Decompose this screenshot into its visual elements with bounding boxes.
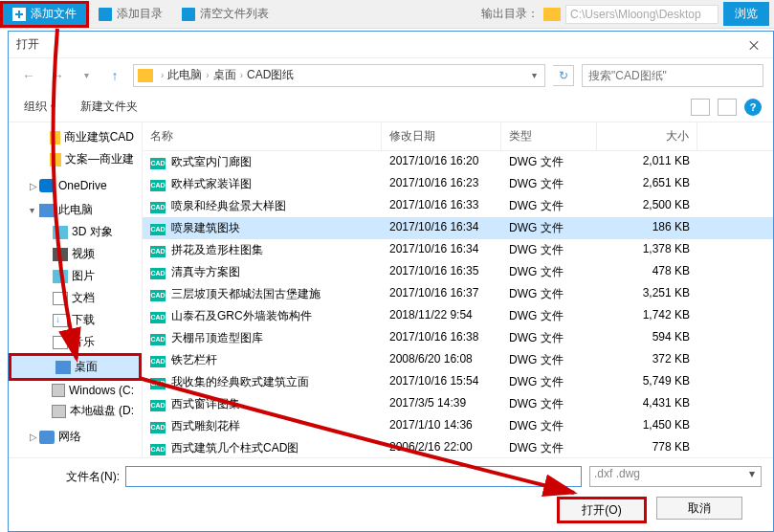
file-size: 1,378 KB xyxy=(597,241,697,259)
file-name: 拼花及造形柱图集 xyxy=(171,243,263,256)
file-size: 4,431 KB xyxy=(597,395,697,413)
folder-icon xyxy=(50,131,60,144)
file-list: 名称 修改日期 类型 大小 CAD欧式室内门廊图2017/10/16 16:20… xyxy=(143,122,773,457)
sidebar-item-desktop[interactable]: 桌面 xyxy=(9,353,142,381)
file-name: 铁艺栏杆 xyxy=(171,353,217,366)
table-row[interactable]: CAD铁艺栏杆2008/6/20 16:08DWG 文件372 KB xyxy=(143,349,773,371)
open-dialog: 打开 ← → ▾ ↑ › 此电脑 › 桌面 › CAD图纸 ▾ ↻ 组织▼ 新建… xyxy=(8,31,774,532)
file-date: 2018/11/22 9:54 xyxy=(382,307,501,325)
file-date: 2017/10/16 16:20 xyxy=(382,153,501,171)
cancel-button[interactable]: 取消 xyxy=(656,497,742,520)
clear-list-label: 清空文件列表 xyxy=(200,6,269,22)
sidebar-item-video[interactable]: 视频 xyxy=(9,243,142,265)
sidebar-item-doc[interactable]: 文档 xyxy=(9,287,142,309)
browse-button[interactable]: 浏览 xyxy=(723,2,769,26)
table-row[interactable]: CAD我收集的经典欧式建筑立面2017/10/16 15:54DWG 文件5,7… xyxy=(143,371,773,393)
chevron-down-icon[interactable]: ▾ xyxy=(528,70,541,80)
close-icon[interactable] xyxy=(746,35,765,55)
new-folder-button[interactable]: 新建文件夹 xyxy=(80,99,138,115)
onedrive-icon xyxy=(39,179,55,192)
clear-list-button[interactable]: 清空文件列表 xyxy=(172,1,278,28)
dwg-icon: CAD xyxy=(150,400,166,411)
table-row[interactable]: CAD拼花及造形柱图集2017/10/16 16:34DWG 文件1,378 K… xyxy=(143,239,773,261)
sidebar-item-folder[interactable]: 商业建筑CAD xyxy=(9,126,142,148)
doc-icon xyxy=(53,292,68,305)
add-dir-button[interactable]: 添加目录 xyxy=(89,1,172,28)
file-name: 清真寺方案图 xyxy=(171,265,240,278)
table-row[interactable]: CAD欧样式家装详图2017/10/16 16:23DWG 文件2,651 KB xyxy=(143,173,773,195)
file-type: DWG 文件 xyxy=(501,351,597,369)
file-name: 我收集的经典欧式建筑立面 xyxy=(171,375,309,388)
add-file-button[interactable]: 添加文件 xyxy=(0,1,89,28)
col-size[interactable]: 大小 xyxy=(597,122,697,150)
sidebar-item-disk[interactable]: Windows (C: xyxy=(9,381,142,400)
table-row[interactable]: CAD西式建筑几个柱式CAD图2006/2/16 22:00DWG 文件778 … xyxy=(143,437,773,457)
pic-icon xyxy=(53,270,68,283)
table-row[interactable]: CAD清真寺方案图2017/10/16 16:35DWG 文件478 KB xyxy=(143,261,773,283)
filename-input[interactable] xyxy=(125,466,582,487)
sidebar-item-dl[interactable]: 下载 xyxy=(9,309,142,331)
sidebar-item-pc[interactable]: ▾此电脑 xyxy=(9,199,142,221)
col-type[interactable]: 类型 xyxy=(501,122,597,150)
table-row[interactable]: CAD西式雕刻花样2017/1/10 14:36DWG 文件1,450 KB xyxy=(143,415,773,437)
file-size: 478 KB xyxy=(597,263,697,281)
file-type: DWG 文件 xyxy=(501,373,597,391)
filename-label: 文件名(N): xyxy=(20,469,125,485)
table-row[interactable]: CAD喷泉和经典盆景大样图2017/10/16 16:33DWG 文件2,500… xyxy=(143,195,773,217)
table-row[interactable]: CAD欧式室内门廊图2017/10/16 16:20DWG 文件2,011 KB xyxy=(143,151,773,173)
filename-row: 文件名(N): .dxf .dwg xyxy=(20,466,762,487)
sidebar-item-3d[interactable]: 3D 对象 xyxy=(9,221,142,243)
help-icon[interactable]: ? xyxy=(744,99,762,116)
dwg-icon: CAD xyxy=(150,290,166,301)
file-type: DWG 文件 xyxy=(501,329,597,347)
add-file-label: 添加文件 xyxy=(31,6,77,22)
folder-icon xyxy=(99,8,112,21)
sidebar: 商业建筑CAD文案—商业建▷OneDrive▾此电脑3D 对象视频图片文档下载音… xyxy=(9,122,143,457)
table-row[interactable]: CAD西式窗详图集2017/3/5 14:39DWG 文件4,431 KB xyxy=(143,393,773,415)
sidebar-item-folder[interactable]: 文案—商业建 xyxy=(9,148,142,170)
file-date: 2017/1/10 14:36 xyxy=(382,417,501,435)
breadcrumb-item[interactable]: 桌面 xyxy=(213,67,236,83)
col-name[interactable]: 名称 xyxy=(143,122,382,150)
clear-icon xyxy=(182,8,195,21)
table-row[interactable]: CAD三层坡顶天都城法国古堡建施2017/10/16 16:37DWG 文件3,… xyxy=(143,283,773,305)
sidebar-item-pic[interactable]: 图片 xyxy=(9,265,142,287)
file-size: 1,742 KB xyxy=(597,307,697,325)
sidebar-item-onedrive[interactable]: ▷OneDrive xyxy=(9,176,142,195)
file-size: 186 KB xyxy=(597,219,697,237)
breadcrumb[interactable]: › 此电脑 › 桌面 › CAD图纸 ▾ xyxy=(133,64,545,87)
dwg-icon: CAD xyxy=(150,268,166,279)
nav-up-icon[interactable]: ↑ xyxy=(104,65,125,86)
table-row[interactable]: CAD山泰石及GRC外墙装饰构件2018/11/22 9:54DWG 文件1,7… xyxy=(143,305,773,327)
view-details-icon[interactable] xyxy=(718,99,737,116)
filetype-combo[interactable]: .dxf .dwg xyxy=(589,466,762,487)
dl-icon xyxy=(53,314,68,327)
refresh-icon[interactable]: ↻ xyxy=(553,65,574,86)
chevron-down-icon: ▼ xyxy=(49,102,57,112)
sidebar-item-music[interactable]: 音乐 xyxy=(9,331,142,353)
nav-dropdown-icon[interactable]: ▾ xyxy=(76,65,97,86)
sidebar-item-label: 音乐 xyxy=(72,334,95,350)
sidebar-item-net[interactable]: ▷网络 xyxy=(9,426,142,448)
table-row[interactable]: CAD喷泉建筑图块2017/10/16 16:34DWG 文件186 KB xyxy=(143,217,773,239)
nav-back-icon[interactable]: ← xyxy=(18,65,39,86)
open-button[interactable]: 打开(O) xyxy=(557,497,647,523)
col-date[interactable]: 修改日期 xyxy=(382,122,501,150)
organize-button[interactable]: 组织▼ xyxy=(20,99,61,115)
file-date: 2017/10/16 16:38 xyxy=(382,329,501,347)
expand-icon: ▷ xyxy=(30,181,39,191)
output-section: 输出目录： C:\Users\Mloong\Desktop 浏览 xyxy=(481,2,774,26)
breadcrumb-item[interactable]: 此电脑 xyxy=(167,67,202,83)
breadcrumb-item[interactable]: CAD图纸 xyxy=(247,67,294,83)
sidebar-item-disk[interactable]: 本地磁盘 (D: xyxy=(9,400,142,422)
output-path: C:\Users\Mloong\Desktop xyxy=(565,5,719,24)
nav-forward-icon[interactable]: → xyxy=(47,65,68,86)
dwg-icon: CAD xyxy=(150,334,166,345)
file-type: DWG 文件 xyxy=(501,219,597,237)
table-row[interactable]: CAD天棚吊顶造型图库2017/10/16 16:38DWG 文件594 KB xyxy=(143,327,773,349)
app-toolbar: 添加文件 添加目录 清空文件列表 输出目录： C:\Users\Mloong\D… xyxy=(0,0,774,29)
search-input[interactable] xyxy=(582,64,763,87)
dwg-icon: CAD xyxy=(150,378,166,389)
view-mode-icon[interactable] xyxy=(691,99,710,116)
file-type: DWG 文件 xyxy=(501,263,597,281)
